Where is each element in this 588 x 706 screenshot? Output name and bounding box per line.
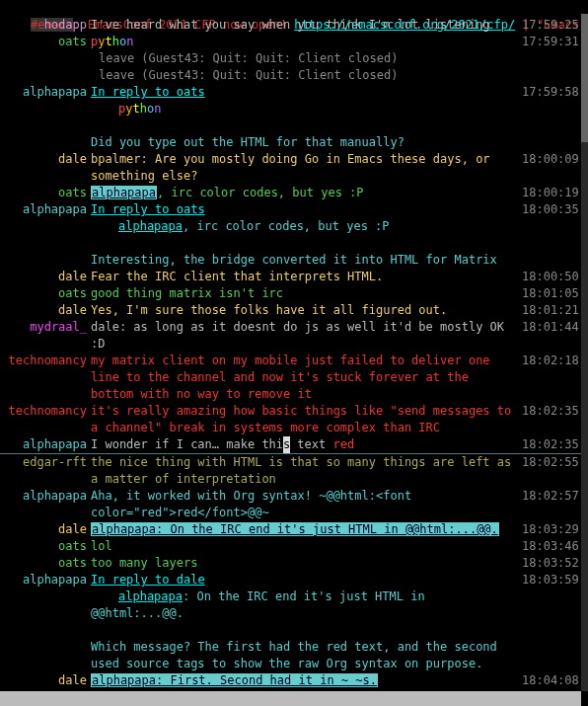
scrollbar-thumb[interactable] <box>581 14 588 142</box>
message-body: I've heard what you say when you think I… <box>91 17 522 34</box>
message-row: daleFear the IRC client that interprets … <box>0 269 581 285</box>
message-body: alphapapa: On the IRC end it's just HTML… <box>91 521 522 538</box>
mode-line: -:%*- *Ement Room: #emacs* 8% L117 (Emen… <box>0 691 581 706</box>
nick: oats <box>0 538 91 555</box>
nick: dale <box>0 302 91 319</box>
python-rainbow: python <box>91 35 133 48</box>
nick: alphapapa <box>0 84 91 101</box>
message-row: alphapapa, irc color codes, but yes :P <box>0 218 581 235</box>
message-row: oatsgood thing matrix isn't irc18:01:05 <box>0 285 581 302</box>
message-body: Interesting, the bridge converted it int… <box>91 252 522 269</box>
message-row: oatstoo many layers18:03:52 <box>0 555 581 572</box>
nick: oats <box>0 555 91 572</box>
message-body: alphapapa, irc color codes, but yes :P <box>91 185 522 201</box>
message-body: Which message? The first had the red tex… <box>91 639 522 672</box>
message-body: In reply to dale <box>91 572 522 588</box>
message-body: lol <box>91 538 522 555</box>
timestamp: 18:01:05 <box>522 285 581 302</box>
reply-target-link[interactable]: oats <box>177 85 205 99</box>
message-row: oatslol18:03:46 <box>0 538 581 555</box>
message-body: Yes, I'm sure those folks have it all fi… <box>91 302 522 319</box>
nick: technomancy <box>0 353 91 369</box>
nick: oats <box>0 285 91 302</box>
timestamp: 18:01:21 <box>522 302 581 319</box>
python-rainbow: python <box>118 102 161 116</box>
message-row: Which message? The first had the red tex… <box>0 639 581 672</box>
nick: oats <box>0 185 91 201</box>
nick: dale <box>0 151 91 168</box>
message-row: oatsalphapapa, irc color codes, but yes … <box>0 185 581 201</box>
message-body: dale: as long as it doesnt do js as well… <box>91 319 522 353</box>
timestamp: 18:02:55 <box>522 454 581 471</box>
message-row: leave (Guest43: Quit: Quit: Client close… <box>0 67 581 84</box>
nick: alphapapa <box>0 436 91 453</box>
message-body: alphapapa, irc color codes, but yes :P <box>91 218 522 235</box>
message-body: alphapapa: On the IRC end it's just HTML… <box>91 588 522 622</box>
message-row: edgar-rftthe nice thing with HTML is tha… <box>0 454 581 488</box>
nick: alphapapa <box>0 572 91 588</box>
message-body: Did you type out the HTML for that manua… <box>91 134 522 151</box>
nick: oats <box>0 34 91 50</box>
message-body: it's really amazing how basic things lik… <box>91 403 522 436</box>
nick: technomancy <box>0 403 91 420</box>
message-row: Did you type out the HTML for that manua… <box>0 134 581 151</box>
timestamp: 18:02:35 <box>522 403 581 420</box>
timestamp: 17:59:58 <box>522 84 581 101</box>
reply-link[interactable]: In reply to <box>91 85 177 99</box>
message-row: oatspython17:59:31 <box>0 34 581 50</box>
message-row: python <box>0 101 581 118</box>
timestamp: 18:00:19 <box>522 185 581 201</box>
nick: mydraal_ <box>0 319 91 336</box>
message-body: leave (Guest43: Quit: Quit: Client close… <box>91 50 522 67</box>
message-body: bpalmer: Are you mostly doing Go in Emac… <box>91 151 522 185</box>
reply-target-link[interactable]: dale <box>177 573 205 587</box>
message-row: alphapapaI wonder if I can… make this te… <box>0 436 581 454</box>
message-body: alphapapa: First. Second had it in ~ ~s. <box>91 672 522 689</box>
reply-target-link[interactable]: oats <box>177 202 205 216</box>
highlight-mention: alphapapa: First. Second had it in ~ ~s. <box>91 673 378 687</box>
message-row: alphapapaIn reply to oats17:59:58 <box>0 84 581 101</box>
nick: alphapapa <box>0 201 91 218</box>
message-row: alphapapa: On the IRC end it's just HTML… <box>0 588 581 622</box>
mention-link[interactable]: alphapapa <box>118 219 183 233</box>
message-body: In reply to oats <box>91 84 522 101</box>
message-row: technomancymy matrix client on my mobile… <box>0 353 581 403</box>
timestamp: 18:02:57 <box>522 488 581 505</box>
nick: dale <box>0 269 91 285</box>
system-message: leave (Guest43: Quit: Quit: Client close… <box>91 51 398 65</box>
message-row: daleYes, I'm sure those folks have it al… <box>0 302 581 319</box>
timestamp: 17:59:25 <box>522 17 581 34</box>
message-row: dalebpalmer: Are you mostly doing Go in … <box>0 151 581 185</box>
timestamp: 18:03:52 <box>522 555 581 572</box>
timestamp: 17:59:31 <box>522 34 581 50</box>
message-row: alphapapaIn reply to oats18:00:35 <box>0 201 581 218</box>
message-body: Aha, it worked with Org syntax! ~@@html:… <box>91 488 522 521</box>
message-body: I wonder if I can… make this text red <box>91 436 522 453</box>
message-body: In reply to oats <box>91 201 522 218</box>
message-body: python <box>91 101 522 118</box>
message-row: technomancyit's really amazing how basic… <box>0 403 581 436</box>
message-row: Interesting, the bridge converted it int… <box>0 252 581 269</box>
message-row: hodappI've heard what you say when you t… <box>0 17 581 34</box>
message-body: too many layers <box>91 555 522 572</box>
nick: dale <box>0 521 91 538</box>
timestamp: 18:03:29 <box>522 521 581 538</box>
message-row: alphapapaAha, it worked with Org syntax!… <box>0 488 581 521</box>
message-body: my matrix client on my mobile just faile… <box>91 353 522 403</box>
message-row: dalealphapapa: On the IRC end it's just … <box>0 521 581 538</box>
message-row: alphapapaIn reply to dale18:03:59 <box>0 572 581 588</box>
message-row: leave (Guest43: Quit: Quit: Client close… <box>0 50 581 67</box>
highlight-mention: alphapapa: On the IRC end it's just HTML… <box>91 522 499 536</box>
message-list[interactable]: hodappI've heard what you say when you t… <box>0 17 581 691</box>
message-body: Fear the IRC client that interprets HTML… <box>91 269 522 285</box>
nick: dale <box>0 672 91 689</box>
timestamp: 18:01:44 <box>522 319 581 336</box>
mention-link[interactable]: alphapapa <box>118 589 183 603</box>
message-row: mydraal_dale: as long as it doesnt do js… <box>0 319 581 353</box>
timestamp: 18:00:50 <box>522 269 581 285</box>
timestamp: 18:02:35 <box>522 436 581 453</box>
nick: edgar-rft <box>0 454 91 471</box>
reply-link[interactable]: In reply to <box>91 202 177 216</box>
timestamp: 18:03:59 <box>522 572 581 588</box>
reply-link[interactable]: In reply to <box>91 573 177 587</box>
